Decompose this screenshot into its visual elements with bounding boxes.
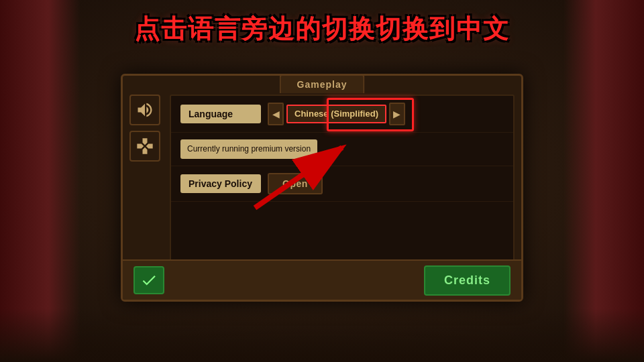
privacy-open-button[interactable]: Open bbox=[268, 173, 323, 194]
gamepad-icon bbox=[136, 137, 154, 156]
sidebar-icons bbox=[129, 95, 164, 162]
curtain-right bbox=[564, 0, 644, 362]
gamepad-icon-button[interactable] bbox=[129, 131, 160, 162]
language-row: Language ◀ Chinese (Simplified) ▶ bbox=[171, 96, 513, 133]
confirm-button[interactable] bbox=[133, 266, 164, 294]
settings-panel: Gameplay Language ◀ Chinese (Simplified)… bbox=[121, 74, 523, 302]
sound-icon-button[interactable] bbox=[129, 95, 160, 125]
language-next-button[interactable]: ▶ bbox=[389, 103, 405, 125]
language-prev-button[interactable]: ◀ bbox=[268, 103, 284, 125]
language-selector: ◀ Chinese (Simplified) ▶ bbox=[268, 103, 405, 125]
premium-text: Currently running premium version bbox=[180, 139, 317, 159]
panel-header-text: Gameplay bbox=[297, 79, 347, 90]
checkmark-icon bbox=[140, 272, 158, 289]
privacy-label: Privacy Policy bbox=[180, 174, 261, 193]
curtain-left bbox=[0, 0, 80, 362]
language-display: Chinese (Simplified) bbox=[286, 105, 386, 124]
premium-row: Currently running premium version bbox=[171, 133, 513, 166]
credits-button[interactable]: Credits bbox=[424, 265, 511, 296]
floor bbox=[0, 308, 644, 362]
sound-icon bbox=[136, 101, 154, 119]
panel-header: Gameplay bbox=[280, 74, 365, 93]
privacy-row: Privacy Policy Open bbox=[171, 166, 513, 202]
language-label: Language bbox=[180, 105, 261, 123]
instruction-text: 点击语言旁边的切换切换到中文 bbox=[134, 12, 510, 46]
panel-bottom: Credits bbox=[123, 259, 521, 300]
